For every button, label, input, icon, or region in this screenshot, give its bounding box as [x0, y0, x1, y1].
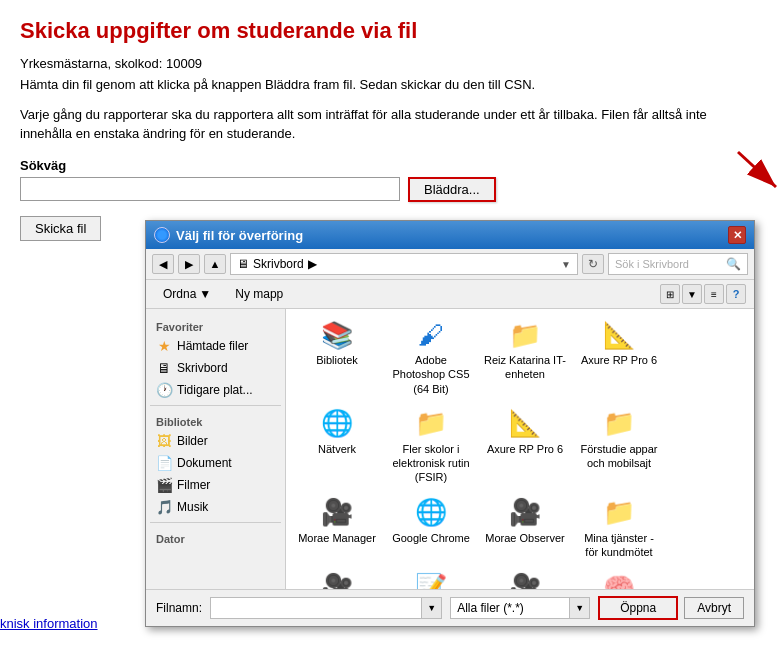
sidebar-item-tidigare[interactable]: 🕐 Tidigare plat... [150, 379, 281, 401]
skicka-fil-button[interactable]: Skicka fil [20, 216, 101, 241]
ordna-button[interactable]: Ordna ▼ [154, 284, 220, 304]
texter-icon: 📝 [415, 571, 447, 589]
bilder-label: Bilder [177, 434, 208, 448]
svg-line-1 [738, 152, 776, 187]
search-bar[interactable]: Sök i Skrivbord 🔍 [608, 253, 748, 275]
location-text: Skrivbord [253, 257, 304, 271]
sidebar-item-bilder[interactable]: 🖼 Bilder [150, 430, 281, 452]
dialog-action-buttons: Öppna Avbryt [598, 596, 744, 620]
filmer-label: Filmer [177, 478, 210, 492]
location-bar[interactable]: 🖥 Skrivbord ▶ ▼ [230, 253, 578, 275]
up-button[interactable]: ▲ [204, 254, 226, 274]
view-grid-button[interactable]: ⊞ [660, 284, 680, 304]
arrow-indicator [728, 147, 778, 197]
search-icon: 🔍 [726, 257, 741, 271]
back-button[interactable]: ◀ [152, 254, 174, 274]
bibliotek-title: Bibliotek [150, 410, 281, 430]
view-icons: ⊞ ▼ ≡ ? [660, 284, 746, 304]
forward-button[interactable]: ▶ [178, 254, 200, 274]
help-button[interactable]: ? [726, 284, 746, 304]
dialog-close-button[interactable]: ✕ [728, 226, 746, 244]
bilder-icon: 🖼 [156, 433, 172, 449]
sidebar-item-hamtade[interactable]: ★ Hämtade filer [150, 335, 281, 357]
file-item-morae-recorder[interactable]: 🎥 Morae Recorder [480, 567, 570, 589]
file-item-mina[interactable]: 📁 Mina tjänster - för kundmötet [574, 493, 664, 564]
filename-input[interactable] [210, 597, 422, 619]
file-item-axure2[interactable]: 📐 Axure RP Pro 6 [480, 404, 570, 489]
dialog-title-text: Välj fil för överföring [176, 228, 303, 243]
file-item-photoshop[interactable]: 🖌 Adobe Photoshop CS5 (64 Bit) [386, 315, 476, 400]
file-item-axure1[interactable]: 📐 Axure RP Pro 6 [574, 315, 664, 400]
warning-text: Varje gång du rapporterar ska du rapport… [20, 105, 758, 144]
chrome-icon: 🌐 [415, 497, 447, 529]
location-dropdown-arrow[interactable]: ▼ [561, 259, 571, 270]
sidebar-item-musik[interactable]: 🎵 Musik [150, 496, 281, 518]
forstudie-label: Förstudie appar och mobilsajt [578, 442, 660, 471]
file-item-reiz[interactable]: 📁 Reiz Katarina IT-enheten [480, 315, 570, 400]
sidebar-separator2 [150, 522, 281, 523]
file-item-xmind[interactable]: 🧠 XMind [574, 567, 664, 589]
morae-observer-icon: 🎥 [509, 497, 541, 529]
axure1-label: Axure RP Pro 6 [581, 353, 657, 367]
reiz-icon: 📁 [509, 319, 541, 351]
skrivbord-label: Skrivbord [177, 361, 228, 375]
sokväg-input[interactable] [20, 177, 400, 201]
file-item-natverk[interactable]: 🌐 Nätverk [292, 404, 382, 489]
file-item-forstudie[interactable]: 📁 Förstudie appar och mobilsajt [574, 404, 664, 489]
sidebar-item-dokument[interactable]: 📄 Dokument [150, 452, 281, 474]
refresh-button[interactable]: ↻ [582, 254, 604, 274]
knisk-info-link[interactable]: knisk information [0, 616, 98, 631]
filmer-icon: 🎬 [156, 477, 172, 493]
ordna-label: Ordna [163, 287, 196, 301]
file-item-chrome[interactable]: 🌐 Google Chrome [386, 493, 476, 564]
sidebar-item-skrivbord[interactable]: 🖥 Skrivbord [150, 357, 281, 379]
avbryt-button[interactable]: Avbryt [684, 597, 744, 619]
file-item-fsir[interactable]: 📁 Fler skolor i elektronisk rutin (FSIR) [386, 404, 476, 489]
file-item-morae-observer[interactable]: 🎥 Morae Observer [480, 493, 570, 564]
oppna-button[interactable]: Öppna [598, 596, 678, 620]
axure2-label: Axure RP Pro 6 [487, 442, 563, 456]
axure2-icon: 📐 [509, 408, 541, 440]
dator-title: Dator [150, 527, 281, 547]
bladddra-button[interactable]: Bläddra... [408, 177, 496, 202]
musik-label: Musik [177, 500, 208, 514]
filetype-select-wrap: ▼ [450, 597, 590, 619]
mina-label: Mina tjänster - för kundmötet [578, 531, 660, 560]
natverk-label: Nätverk [318, 442, 356, 456]
morae-manager-icon: 🎥 [321, 497, 353, 529]
sidebar-item-filmer[interactable]: 🎬 Filmer [150, 474, 281, 496]
ie-icon [154, 227, 170, 243]
reiz-label: Reiz Katarina IT-enheten [484, 353, 566, 382]
dialog-toolbar: ◀ ▶ ▲ 🖥 Skrivbord ▶ ▼ ↻ Sök i Skrivbord … [146, 249, 754, 280]
file-item-texter[interactable]: 📝 texter till kartbilderna_v03.doc [386, 567, 476, 589]
hamtade-label: Hämtade filer [177, 339, 248, 353]
file-item-morae-manager[interactable]: 🎥 Morae Manager [292, 493, 382, 564]
filename-label: Filnamn: [156, 601, 202, 615]
hamtade-icon: ★ [156, 338, 172, 354]
photoshop-icon: 🖌 [415, 319, 447, 351]
file-item-morae-player[interactable]: 🎥 Morae Player [292, 567, 382, 589]
chrome-label: Google Chrome [392, 531, 470, 545]
tidigare-label: Tidigare plat... [177, 383, 253, 397]
location-arrow: ▶ [308, 257, 317, 271]
forstudie-icon: 📁 [603, 408, 635, 440]
axure1-icon: 📐 [603, 319, 635, 351]
morae-player-icon: 🎥 [321, 571, 353, 589]
view-dropdown-button[interactable]: ▼ [682, 284, 702, 304]
sidebar-panel: Favoriter ★ Hämtade filer 🖥 Skrivbord 🕐 … [146, 309, 286, 589]
filename-dropdown[interactable]: ▼ [422, 597, 442, 619]
view-details-button[interactable]: ≡ [704, 284, 724, 304]
filetype-dropdown[interactable]: ▼ [570, 597, 590, 619]
musik-icon: 🎵 [156, 499, 172, 515]
fsir-label: Fler skolor i elektronisk rutin (FSIR) [390, 442, 472, 485]
filetype-input[interactable] [450, 597, 570, 619]
favoriter-title: Favoriter [150, 315, 281, 335]
tidigare-icon: 🕐 [156, 382, 172, 398]
xmind-icon: 🧠 [603, 571, 635, 589]
ny-mapp-button[interactable]: Ny mapp [226, 284, 292, 304]
file-item-bibliotek[interactable]: 📚 Bibliotek [292, 315, 382, 400]
main-file-panel: 📚 Bibliotek 🖌 Adobe Photoshop CS5 (64 Bi… [286, 309, 754, 589]
location-bar-text: 🖥 Skrivbord ▶ [237, 257, 317, 271]
bibliotek-file-icon: 📚 [321, 319, 353, 351]
filename-input-wrap: ▼ [210, 597, 442, 619]
